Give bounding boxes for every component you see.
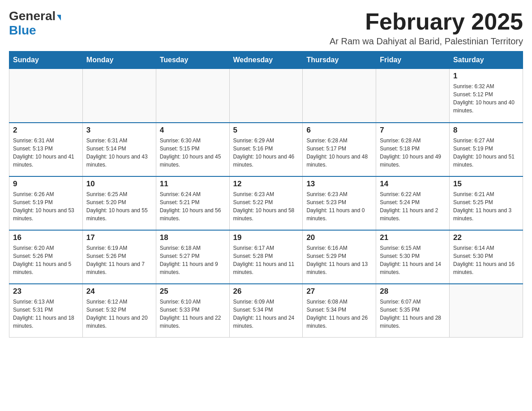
- day-number: 10: [86, 180, 152, 188]
- header-wednesday: Wednesday: [229, 51, 303, 69]
- day-info: Sunrise: 6:31 AMSunset: 5:13 PMDaylight:…: [13, 137, 79, 169]
- calendar-cell: 27Sunrise: 6:08 AMSunset: 5:34 PMDayligh…: [303, 284, 376, 338]
- logo-blue: Blue: [9, 23, 36, 38]
- calendar-cell: 9Sunrise: 6:26 AMSunset: 5:19 PMDaylight…: [9, 176, 83, 230]
- calendar-cell: 10Sunrise: 6:25 AMSunset: 5:20 PMDayligh…: [82, 176, 156, 230]
- calendar-cell: 28Sunrise: 6:07 AMSunset: 5:35 PMDayligh…: [376, 284, 450, 338]
- day-info: Sunrise: 6:28 AMSunset: 5:17 PMDaylight:…: [306, 137, 372, 169]
- day-info: Sunrise: 6:25 AMSunset: 5:20 PMDaylight:…: [86, 190, 152, 223]
- day-number: 20: [306, 233, 372, 242]
- day-number: 21: [380, 233, 446, 242]
- calendar-cell: 22Sunrise: 6:14 AMSunset: 5:30 PMDayligh…: [450, 230, 523, 284]
- day-number: 5: [233, 126, 299, 135]
- calendar-cell: 2Sunrise: 6:31 AMSunset: 5:13 PMDaylight…: [9, 123, 83, 176]
- calendar-cell: 26Sunrise: 6:09 AMSunset: 5:34 PMDayligh…: [229, 284, 303, 338]
- calendar-cell: [82, 69, 156, 123]
- calendar-cell: [229, 69, 303, 123]
- day-info: Sunrise: 6:27 AMSunset: 5:19 PMDaylight:…: [453, 137, 519, 169]
- day-info: Sunrise: 6:28 AMSunset: 5:18 PMDaylight:…: [380, 137, 446, 169]
- title-section: February 2025 Ar Ram wa Dahiyat al Barid…: [330, 9, 523, 47]
- calendar-cell: 12Sunrise: 6:23 AMSunset: 5:22 PMDayligh…: [229, 176, 303, 230]
- week-row-2: 9Sunrise: 6:26 AMSunset: 5:19 PMDaylight…: [9, 176, 523, 230]
- day-number: 17: [86, 233, 152, 242]
- day-number: 7: [380, 126, 446, 135]
- calendar-cell: 24Sunrise: 6:12 AMSunset: 5:32 PMDayligh…: [82, 284, 156, 338]
- day-info: Sunrise: 6:16 AMSunset: 5:29 PMDaylight:…: [306, 244, 372, 276]
- calendar-cell: 6Sunrise: 6:28 AMSunset: 5:17 PMDaylight…: [303, 123, 376, 176]
- day-number: 28: [380, 287, 446, 296]
- day-number: 1: [453, 72, 519, 81]
- calendar-cell: 5Sunrise: 6:29 AMSunset: 5:16 PMDaylight…: [229, 123, 303, 176]
- day-info: Sunrise: 6:22 AMSunset: 5:24 PMDaylight:…: [380, 190, 446, 223]
- day-number: 13: [306, 180, 372, 188]
- day-info: Sunrise: 6:23 AMSunset: 5:22 PMDaylight:…: [233, 190, 299, 223]
- header-tuesday: Tuesday: [156, 51, 229, 69]
- day-info: Sunrise: 6:09 AMSunset: 5:34 PMDaylight:…: [233, 298, 299, 330]
- day-number: 4: [160, 126, 226, 135]
- week-row-1: 2Sunrise: 6:31 AMSunset: 5:13 PMDaylight…: [9, 123, 523, 176]
- logo-arrow-icon: [57, 15, 61, 21]
- calendar-cell: [303, 69, 376, 123]
- calendar-cell: 20Sunrise: 6:16 AMSunset: 5:29 PMDayligh…: [303, 230, 376, 284]
- calendar-cell: [156, 69, 229, 123]
- calendar-cell: 19Sunrise: 6:17 AMSunset: 5:28 PMDayligh…: [229, 230, 303, 284]
- day-info: Sunrise: 6:18 AMSunset: 5:27 PMDaylight:…: [160, 244, 226, 276]
- day-number: 11: [160, 180, 226, 188]
- day-info: Sunrise: 6:30 AMSunset: 5:15 PMDaylight:…: [160, 137, 226, 169]
- header-friday: Friday: [376, 51, 450, 69]
- header-saturday: Saturday: [450, 51, 523, 69]
- calendar-cell: 1Sunrise: 6:32 AMSunset: 5:12 PMDaylight…: [450, 69, 523, 123]
- day-info: Sunrise: 6:08 AMSunset: 5:34 PMDaylight:…: [306, 298, 372, 330]
- calendar-cell: 13Sunrise: 6:23 AMSunset: 5:23 PMDayligh…: [303, 176, 376, 230]
- header-monday: Monday: [82, 51, 156, 69]
- calendar-cell: 7Sunrise: 6:28 AMSunset: 5:18 PMDaylight…: [376, 123, 450, 176]
- calendar-cell: 16Sunrise: 6:20 AMSunset: 5:26 PMDayligh…: [9, 230, 83, 284]
- day-info: Sunrise: 6:19 AMSunset: 5:26 PMDaylight:…: [86, 244, 152, 276]
- day-info: Sunrise: 6:21 AMSunset: 5:25 PMDaylight:…: [453, 190, 519, 223]
- calendar-cell: 21Sunrise: 6:15 AMSunset: 5:30 PMDayligh…: [376, 230, 450, 284]
- calendar-cell: 17Sunrise: 6:19 AMSunset: 5:26 PMDayligh…: [82, 230, 156, 284]
- calendar-cell: [450, 284, 523, 338]
- day-number: 6: [306, 126, 372, 135]
- calendar-cell: 23Sunrise: 6:13 AMSunset: 5:31 PMDayligh…: [9, 284, 83, 338]
- day-number: 23: [13, 287, 79, 296]
- logo-general: General: [9, 9, 56, 23]
- calendar-cell: 3Sunrise: 6:31 AMSunset: 5:14 PMDaylight…: [82, 123, 156, 176]
- day-info: Sunrise: 6:23 AMSunset: 5:23 PMDaylight:…: [306, 190, 372, 223]
- day-number: 9: [13, 180, 79, 188]
- day-info: Sunrise: 6:15 AMSunset: 5:30 PMDaylight:…: [380, 244, 446, 276]
- day-number: 3: [86, 126, 152, 135]
- week-row-0: 1Sunrise: 6:32 AMSunset: 5:12 PMDaylight…: [9, 69, 523, 123]
- calendar-subtitle: Ar Ram wa Dahiyat al Barid, Palestinian …: [330, 36, 523, 47]
- day-number: 24: [86, 287, 152, 296]
- calendar-cell: 8Sunrise: 6:27 AMSunset: 5:19 PMDaylight…: [450, 123, 523, 176]
- day-number: 27: [306, 287, 372, 296]
- week-row-3: 16Sunrise: 6:20 AMSunset: 5:26 PMDayligh…: [9, 230, 523, 284]
- calendar-cell: 14Sunrise: 6:22 AMSunset: 5:24 PMDayligh…: [376, 176, 450, 230]
- day-info: Sunrise: 6:17 AMSunset: 5:28 PMDaylight:…: [233, 244, 299, 276]
- calendar-cell: [376, 69, 450, 123]
- calendar-title: February 2025: [330, 9, 523, 34]
- calendar-cell: 4Sunrise: 6:30 AMSunset: 5:15 PMDaylight…: [156, 123, 229, 176]
- day-info: Sunrise: 6:14 AMSunset: 5:30 PMDaylight:…: [453, 244, 519, 276]
- day-number: 15: [453, 180, 519, 188]
- day-number: 18: [160, 233, 226, 242]
- day-number: 26: [233, 287, 299, 296]
- day-info: Sunrise: 6:31 AMSunset: 5:14 PMDaylight:…: [86, 137, 152, 169]
- calendar-cell: 25Sunrise: 6:10 AMSunset: 5:33 PMDayligh…: [156, 284, 229, 338]
- day-info: Sunrise: 6:26 AMSunset: 5:19 PMDaylight:…: [13, 190, 79, 223]
- day-info: Sunrise: 6:29 AMSunset: 5:16 PMDaylight:…: [233, 137, 299, 169]
- day-number: 8: [453, 126, 519, 135]
- weekday-header-row: Sunday Monday Tuesday Wednesday Thursday…: [9, 51, 523, 69]
- page-header: General Blue February 2025 Ar Ram wa Dah…: [9, 9, 523, 47]
- day-number: 12: [233, 180, 299, 188]
- day-info: Sunrise: 6:07 AMSunset: 5:35 PMDaylight:…: [380, 298, 446, 330]
- day-info: Sunrise: 6:10 AMSunset: 5:33 PMDaylight:…: [160, 298, 226, 330]
- calendar-cell: 15Sunrise: 6:21 AMSunset: 5:25 PMDayligh…: [450, 176, 523, 230]
- day-info: Sunrise: 6:20 AMSunset: 5:26 PMDaylight:…: [13, 244, 79, 276]
- calendar-cell: 11Sunrise: 6:24 AMSunset: 5:21 PMDayligh…: [156, 176, 229, 230]
- day-info: Sunrise: 6:12 AMSunset: 5:32 PMDaylight:…: [86, 298, 152, 330]
- day-number: 14: [380, 180, 446, 188]
- day-number: 19: [233, 233, 299, 242]
- day-info: Sunrise: 6:24 AMSunset: 5:21 PMDaylight:…: [160, 190, 226, 223]
